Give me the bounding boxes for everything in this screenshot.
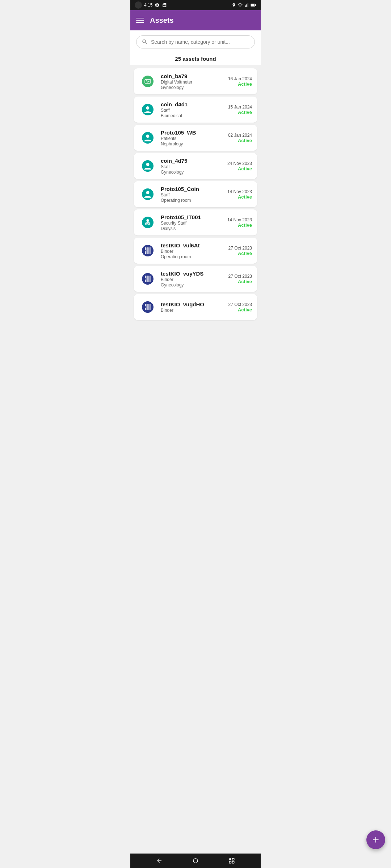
asset-info: Proto105_WB Patients Nephrology (161, 129, 225, 146)
search-icon (142, 39, 148, 45)
asset-name: testKIO_vuyYDS (161, 271, 226, 277)
svg-rect-28 (149, 276, 151, 282)
asset-unit: Operating room (161, 198, 224, 203)
svg-point-14 (146, 163, 150, 166)
results-count: 25 assets found (130, 52, 261, 65)
status-badge: Active (228, 110, 252, 115)
list-item[interactable]: coin_4d75 Staff Gynecology 24 Nov 2023 A… (134, 153, 257, 179)
asset-date: 02 Jan 2024 (228, 133, 252, 138)
settings-icon (155, 3, 160, 8)
battery-icon (251, 3, 256, 7)
svg-point-34 (145, 306, 146, 308)
wifi-icon (237, 3, 243, 8)
search-box[interactable] (136, 35, 255, 48)
svg-point-18 (146, 219, 149, 222)
list-item[interactable]: testKIO_vugdHO Binder 27 Oct 2023 Active (134, 294, 257, 320)
asset-info: testKIO_vuyYDS Binder Gynecology (161, 271, 226, 288)
svg-rect-27 (147, 276, 148, 282)
asset-avatar (139, 157, 156, 175)
asset-name: coin_ba79 (161, 73, 225, 79)
asset-info: coin_4d75 Staff Gynecology (161, 158, 224, 175)
asset-date: 27 Oct 2023 (228, 274, 252, 279)
asset-category: Binder (161, 249, 226, 254)
list-item[interactable]: testKIO_vul6At Binder Operating room 27 … (134, 238, 257, 264)
asset-category: Staff (161, 164, 224, 169)
asset-avatar (139, 298, 156, 316)
svg-rect-23 (149, 247, 151, 254)
asset-category: Patients (161, 136, 225, 141)
asset-avatar (139, 186, 156, 203)
svg-rect-2 (255, 4, 256, 5)
asset-name: testKIO_vul6At (161, 242, 226, 248)
svg-rect-32 (147, 304, 148, 310)
status-badge: Active (228, 138, 252, 143)
asset-date: 24 Nov 2023 (227, 161, 252, 166)
svg-point-12 (146, 135, 150, 138)
asset-date-status: 27 Oct 2023 Active (228, 246, 252, 256)
asset-name: Proto105_WB (161, 129, 225, 136)
asset-avatar (139, 242, 156, 259)
asset-unit: Gynecology (161, 170, 224, 175)
asset-avatar (139, 129, 156, 146)
asset-info: testKIO_vul6At Binder Operating room (161, 242, 226, 259)
asset-avatar (139, 101, 156, 118)
search-container (130, 30, 261, 52)
asset-category: Staff (161, 108, 225, 113)
svg-rect-1 (251, 4, 255, 6)
asset-unit: Gynecology (161, 282, 226, 288)
svg-point-29 (145, 278, 146, 280)
asset-date-status: 27 Oct 2023 Active (228, 302, 252, 312)
list-item[interactable]: coin_d4d1 Staff Biomedical 15 Jan 2024 A… (134, 97, 257, 123)
asset-date: 15 Jan 2024 (228, 105, 252, 110)
status-badge: Active (228, 251, 252, 256)
list-item[interactable]: Proto105_IT001 Security Staff Dialysis 1… (134, 209, 257, 235)
asset-name: coin_d4d1 (161, 101, 225, 107)
asset-info: coin_ba79 Digital Voltmeter Gynecology (161, 73, 225, 90)
asset-category: Binder (161, 277, 226, 282)
asset-unit: Operating room (161, 254, 226, 259)
status-badge: Active (227, 166, 252, 171)
asset-date-status: 15 Jan 2024 Active (228, 105, 252, 115)
asset-date: 27 Oct 2023 (228, 246, 252, 251)
status-time: 4:15 (144, 3, 152, 8)
page-title: Assets (150, 16, 174, 25)
signal-icon (244, 3, 249, 8)
sim-icon (162, 3, 167, 8)
status-badge: Active (227, 194, 252, 200)
asset-name: Proto105_IT001 (161, 214, 224, 220)
asset-unit: Biomedical (161, 113, 225, 118)
asset-name: coin_4d75 (161, 158, 224, 164)
asset-info: testKIO_vugdHO Binder (161, 301, 226, 313)
svg-point-16 (146, 191, 150, 194)
location-icon (232, 3, 236, 7)
list-item[interactable]: Proto105_WB Patients Nephrology 02 Jan 2… (134, 125, 257, 151)
asset-date: 14 Nov 2023 (227, 189, 252, 194)
search-input[interactable] (151, 39, 249, 45)
hamburger-menu-button[interactable] (136, 18, 144, 23)
status-badge: Active (228, 81, 252, 87)
asset-unit: Dialysis (161, 226, 224, 231)
status-bar: 4:15 (130, 0, 261, 10)
asset-category: Digital Voltmeter (161, 80, 225, 85)
status-badge: Active (228, 307, 252, 312)
status-badge: Active (228, 279, 252, 284)
asset-category: Staff (161, 192, 224, 197)
asset-date: 16 Jan 2024 (228, 76, 252, 81)
asset-name: testKIO_vugdHO (161, 301, 226, 307)
asset-list: coin_ba79 Digital Voltmeter Gynecology 1… (130, 65, 261, 324)
asset-date-status: 14 Nov 2023 Active (227, 217, 252, 228)
asset-date-status: 16 Jan 2024 Active (228, 76, 252, 87)
asset-unit: Gynecology (161, 85, 225, 90)
asset-category: Binder (161, 308, 226, 313)
status-icons (232, 3, 256, 8)
list-item[interactable]: Proto105_Coin Staff Operating room 14 No… (134, 181, 257, 207)
asset-date: 27 Oct 2023 (228, 302, 252, 307)
svg-rect-22 (147, 247, 148, 254)
svg-point-24 (145, 250, 146, 251)
list-item[interactable]: testKIO_vuyYDS Binder Gynecology 27 Oct … (134, 266, 257, 292)
asset-avatar (139, 214, 156, 231)
list-item[interactable]: coin_ba79 Digital Voltmeter Gynecology 1… (134, 68, 257, 94)
asset-info: Proto105_Coin Staff Operating room (161, 186, 224, 203)
asset-category: Security Staff (161, 221, 224, 226)
asset-date: 14 Nov 2023 (227, 217, 252, 222)
